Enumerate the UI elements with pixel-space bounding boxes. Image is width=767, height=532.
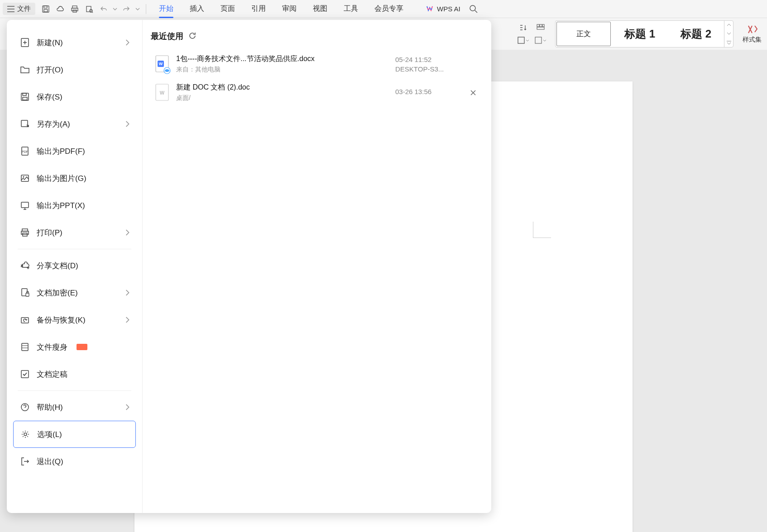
file-menu-label: 文档定稿 <box>37 369 67 380</box>
style-scroll-up[interactable] <box>727 24 731 26</box>
border-button[interactable] <box>516 34 531 46</box>
file-menu-label: 输出为图片(G) <box>37 173 86 184</box>
svg-rect-13 <box>537 27 544 29</box>
chevron-right-icon <box>125 39 129 46</box>
file-dropdown: 新建(N) 打开(O) 保存(S) 另存为(A) <box>7 20 491 513</box>
svg-rect-9 <box>518 37 524 43</box>
style-set-label: 样式集 <box>743 36 762 44</box>
print-icon <box>19 227 30 238</box>
undo-dropdown[interactable] <box>111 8 119 10</box>
chevron-down-icon <box>727 32 731 35</box>
file-menu-export-pdf[interactable]: PDF 输出为PDF(F) <box>13 138 136 165</box>
doc-icon: W <box>155 84 170 102</box>
wps-ai-icon <box>425 5 434 14</box>
redo-button[interactable] <box>120 2 133 16</box>
file-menu-label: 帮助(H) <box>37 402 63 413</box>
svg-rect-31 <box>22 343 28 351</box>
file-menu-label: 另存为(A) <box>37 119 70 129</box>
file-menu-share[interactable]: 分享文档(D) <box>13 252 136 279</box>
tab-review[interactable]: 审阅 <box>274 0 305 17</box>
print-button[interactable] <box>68 2 81 16</box>
bg-icon <box>535 37 542 44</box>
search-icon <box>469 5 478 14</box>
chevron-right-icon <box>125 229 129 236</box>
refresh-icon <box>188 31 197 40</box>
backup-icon <box>19 314 30 325</box>
file-menu-options[interactable]: 选项(L) <box>13 421 136 448</box>
tab-cite[interactable]: 引用 <box>243 0 274 17</box>
file-menu-label: 备份与恢复(K) <box>37 315 86 325</box>
svg-rect-3 <box>72 6 77 8</box>
svg-rect-12 <box>542 24 544 27</box>
save-button[interactable] <box>39 2 53 16</box>
recent-file-location: 桌面/ <box>176 94 395 102</box>
recent-header: 最近使用 <box>151 31 183 42</box>
refresh-button[interactable] <box>188 31 198 41</box>
tab-insert[interactable]: 插入 <box>182 0 212 17</box>
svg-point-35 <box>24 433 27 436</box>
file-menu-label: 分享文档(D) <box>37 261 78 271</box>
wps-ai-button[interactable]: WPS AI <box>425 5 460 14</box>
svg-rect-33 <box>21 370 29 378</box>
sort-icon <box>519 24 527 31</box>
file-menu-label: 输出为PPT(X) <box>37 200 85 211</box>
recent-file-name: 新建 DOC 文档 (2).doc <box>176 83 395 92</box>
cloud-sync-button[interactable] <box>53 2 67 16</box>
style-heading2[interactable]: 标题 2 <box>669 22 723 46</box>
svg-text:W: W <box>160 90 165 95</box>
close-icon <box>470 89 477 96</box>
exit-icon <box>19 456 30 467</box>
style-scroll-down[interactable] <box>727 32 731 35</box>
help-icon <box>19 402 30 413</box>
file-menu-open[interactable]: 打开(O) <box>13 56 136 83</box>
file-menu-export-img[interactable]: 输出为图片(G) <box>13 165 136 192</box>
file-menu-backup[interactable]: 备份与恢复(K) <box>13 306 136 333</box>
cursor-indicator <box>533 222 551 238</box>
print-preview-button[interactable] <box>82 2 96 16</box>
file-menu-save-as[interactable]: 另存为(A) <box>13 110 136 138</box>
style-set-button[interactable]: 样式集 <box>741 24 763 44</box>
chevron-down-icon <box>113 8 117 10</box>
style-gallery: 正文 标题 1 标题 2 <box>555 20 733 48</box>
recent-file-item[interactable]: W 新建 DOC 文档 (2).doc 桌面/ 03-26 13:56 <box>151 78 483 107</box>
file-menu-new[interactable]: 新建(N) <box>13 29 136 56</box>
file-menu-export-ppt[interactable]: 输出为PPT(X) <box>13 192 136 219</box>
tab-page[interactable]: 页面 <box>212 0 243 17</box>
sort-button[interactable] <box>516 22 531 33</box>
file-menu-button[interactable]: 文件 <box>3 3 35 15</box>
qat-customize-dropdown[interactable] <box>134 8 141 10</box>
divider <box>146 4 146 14</box>
recent-file-item[interactable]: W 1包----商务技术文件...节活动奖品供应.docx 来自：其他电脑 05… <box>151 50 483 78</box>
undo-button[interactable] <box>97 2 110 16</box>
recent-file-location: 来自：其他电脑 <box>176 66 395 74</box>
file-menu-print[interactable]: 打印(P) <box>13 219 136 246</box>
file-menu-label: 选项(L) <box>37 429 62 440</box>
bg-button[interactable] <box>533 34 548 46</box>
recent-remove-button[interactable] <box>468 87 479 98</box>
style-normal[interactable]: 正文 <box>556 22 611 46</box>
file-menu-save[interactable]: 保存(S) <box>13 83 136 110</box>
file-menu-finalize[interactable]: 文档定稿 <box>13 361 136 388</box>
file-label: 文件 <box>17 5 31 13</box>
style-expand[interactable] <box>727 41 731 44</box>
share-icon <box>19 260 30 271</box>
file-menu-encrypt[interactable]: 文档加密(E) <box>13 279 136 306</box>
file-menu-slim[interactable]: 文件瘦身 <box>13 333 136 361</box>
slim-icon <box>19 342 30 352</box>
new-badge-icon <box>77 344 87 350</box>
tab-view[interactable]: 视图 <box>305 0 336 17</box>
file-menu-help[interactable]: 帮助(H) <box>13 394 136 421</box>
recent-file-time: 03-26 13:56 <box>395 88 431 95</box>
text-tools-button[interactable] <box>533 22 548 33</box>
tab-tools[interactable]: 工具 <box>336 0 366 17</box>
save-as-icon <box>19 119 30 129</box>
style-heading1[interactable]: 标题 1 <box>613 22 667 46</box>
tab-start[interactable]: 开始 <box>151 0 182 17</box>
save-icon <box>19 91 30 102</box>
search-button[interactable] <box>467 2 480 16</box>
file-menu-label: 输出为PDF(F) <box>37 146 85 157</box>
wps-ai-label: WPS AI <box>437 5 460 13</box>
tab-vip[interactable]: 会员专享 <box>366 0 412 17</box>
file-menu-label: 退出(Q) <box>37 456 63 467</box>
file-menu-exit[interactable]: 退出(Q) <box>13 448 136 475</box>
